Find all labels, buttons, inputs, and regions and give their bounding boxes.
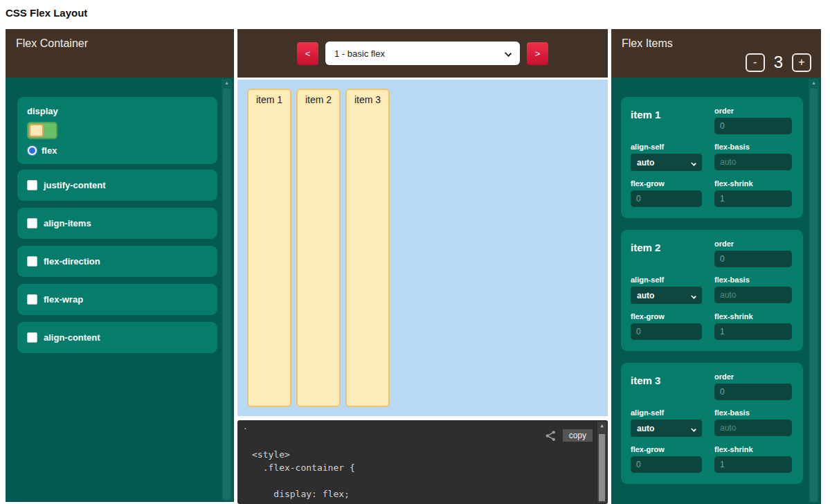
item-2-flex-shrink-input[interactable] [714,323,792,340]
share-icon[interactable] [545,430,557,442]
left-panel-scrollbar-thumb[interactable] [223,89,231,499]
flex-wrap-label: flex-wrap [44,294,83,305]
copy-button[interactable]: copy [563,429,593,442]
item-1-align-self-field: align-self auto [631,143,702,171]
scroll-up-icon[interactable]: ▲ [809,80,819,85]
order-label: order [714,372,792,381]
item-2-flex-shrink-field: flex-shrink [714,312,792,340]
right-panel-scrollbar[interactable]: ▲ [809,79,819,503]
align-items-label: align-items [44,218,91,228]
item-3-order-input[interactable] [714,384,792,400]
flex-basis-label: flex-basis [714,143,792,151]
flex-container-title: Flex Container [16,37,88,49]
item-2-flex-basis-input[interactable] [714,287,792,303]
flex-shrink-label: flex-shrink [714,179,792,188]
item-1-flex-basis-input[interactable] [714,154,792,170]
remove-item-button[interactable]: - [746,53,765,72]
item-3-align-self-field: align-self auto [631,408,702,437]
item-1-flex-basis-field: flex-basis [714,143,792,171]
page-title: CSS Flex Layout [0,0,830,28]
item-2-align-self-field: align-self auto [631,276,702,304]
item-1-align-self-select[interactable]: auto [631,154,702,171]
demo-item-2: item 2 [296,89,341,407]
flex-grow-label: flex-grow [631,179,702,188]
code-leading-char: . [243,422,248,431]
display-control-card: display flex [17,97,217,164]
flex-basis-label: flex-basis [714,408,792,417]
flex-wrap-checkbox[interactable] [27,294,37,305]
item-2-order-field: order [714,240,792,267]
align-self-label: align-self [631,408,702,417]
item-3-title: item 3 [631,372,702,400]
item-3-card: item 3 order align-self auto flex-basis … [621,363,803,484]
display-flex-radio-row: flex [27,145,208,156]
item-3-align-self-select[interactable]: auto [631,420,702,437]
item-2-order-input[interactable] [714,251,792,267]
order-label: order [714,240,792,248]
display-toggle-knob [29,124,44,137]
item-1-flex-grow-input[interactable] [631,190,702,207]
item-1-flex-shrink-input[interactable] [714,190,792,207]
item-3-flex-shrink-field: flex-shrink [714,445,792,473]
align-items-card: align-items [17,208,217,239]
flex-items-panel: Flex Items - 3 + item 1 order align-self… [611,29,821,504]
item-1-flex-shrink-field: flex-shrink [714,179,792,207]
code-scrollbar-thumb[interactable] [599,434,605,501]
code-line: display: flex; [252,487,608,501]
code-line: <style> [252,448,608,461]
align-content-card: align-content [17,322,217,353]
item-2-align-self-select[interactable]: auto [631,287,702,304]
code-line [252,474,608,487]
item-2-title: item 2 [631,240,702,267]
code-scrollbar[interactable]: ▲ [597,422,606,503]
item-count: 3 [774,53,783,72]
demo-item-3: item 3 [345,89,390,407]
flex-shrink-label: flex-shrink [714,445,792,453]
add-item-button[interactable]: + [792,53,811,72]
item-3-flex-basis-input[interactable] [714,420,792,436]
next-preset-button[interactable]: > [527,42,548,65]
align-content-label: align-content [44,332,100,343]
item-2-flex-grow-input[interactable] [631,323,702,340]
flex-basis-label: flex-basis [714,276,792,284]
display-flex-radio[interactable] [27,145,37,156]
preset-select[interactable]: 1 - basic flex [325,42,520,65]
main-columns: Flex Container display flex justify-cont… [6,29,821,504]
flex-direction-label: flex-direction [44,256,100,267]
justify-content-checkbox[interactable] [27,180,37,190]
flex-items-body: item 1 order align-self auto flex-basis … [611,78,821,504]
order-label: order [714,107,792,115]
justify-content-card: justify-content [17,170,217,201]
display-flex-radio-label: flex [42,145,57,156]
scroll-up-icon[interactable]: ▲ [597,423,606,429]
align-content-checkbox[interactable] [27,332,37,343]
display-label: display [27,106,208,116]
justify-content-label: justify-content [44,180,106,190]
flex-grow-label: flex-grow [631,312,702,321]
item-2-card: item 2 order align-self auto flex-basis … [621,230,803,351]
preset-bar: < 1 - basic flex > [237,29,608,78]
item-3-flex-shrink-input[interactable] [714,456,792,473]
code-actions: copy [545,429,593,442]
item-1-title: item 1 [631,107,702,134]
prev-preset-button[interactable]: < [297,42,318,65]
flex-container-body: display flex justify-content align-items [6,78,234,502]
align-self-label: align-self [631,143,702,151]
item-count-controls: - 3 + [746,53,811,72]
item-1-order-input[interactable] [714,118,792,134]
flex-direction-checkbox[interactable] [27,256,37,267]
flex-container-header: Flex Container [6,29,234,78]
item-1-card: item 1 order align-self auto flex-basis … [621,97,803,218]
preset-select-wrap: 1 - basic flex [325,42,520,65]
align-items-checkbox[interactable] [27,218,37,228]
item-2-flex-grow-field: flex-grow [631,312,702,340]
scroll-up-icon[interactable]: ▲ [222,80,232,85]
code-line: .flex-container { [252,461,608,474]
flex-grow-label: flex-grow [631,445,702,453]
demo-item-1: item 1 [247,89,291,407]
left-panel-scrollbar[interactable]: ▲ [222,79,232,501]
flex-demo-container: item 1 item 2 item 3 [237,80,608,416]
display-toggle[interactable] [27,122,57,139]
right-panel-scrollbar-thumb[interactable] [810,89,818,501]
item-3-flex-grow-input[interactable] [631,456,702,473]
